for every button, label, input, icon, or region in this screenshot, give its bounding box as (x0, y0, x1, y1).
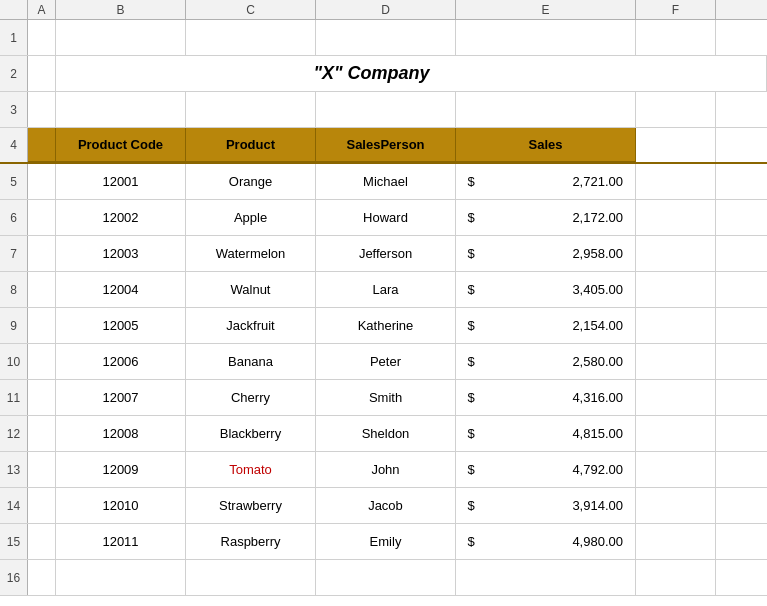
cell-f8[interactable] (636, 272, 716, 307)
cell-d3[interactable] (316, 92, 456, 127)
row-num-15: 15 (0, 524, 28, 559)
cell-salesperson-7[interactable]: Jefferson (316, 236, 456, 271)
cell-a7[interactable] (28, 236, 56, 271)
cell-sales-12[interactable]: $ 4,815.00 (456, 416, 636, 451)
cell-f12[interactable] (636, 416, 716, 451)
cell-salesperson-8[interactable]: Lara (316, 272, 456, 307)
cell-code-8[interactable]: 12004 (56, 272, 186, 307)
grid-body: 1 2 "X" Company 3 4 (0, 20, 767, 606)
table-row: 3 (0, 92, 767, 128)
cell-f13[interactable] (636, 452, 716, 487)
cell-salesperson-11[interactable]: Smith (316, 380, 456, 415)
cell-a4[interactable] (28, 128, 56, 162)
cell-product-7[interactable]: Watermelon (186, 236, 316, 271)
cell-sales-5[interactable]: $ 2,721.00 (456, 164, 636, 199)
cell-f1[interactable] (636, 20, 716, 55)
cell-a3[interactable] (28, 92, 56, 127)
cell-a2[interactable] (28, 56, 56, 91)
cell-b1[interactable] (56, 20, 186, 55)
cell-product-13[interactable]: Tomato (186, 452, 316, 487)
cell-product-9[interactable]: Jackfruit (186, 308, 316, 343)
cell-sales-6[interactable]: $ 2,172.00 (456, 200, 636, 235)
cell-sales-16[interactable] (456, 560, 636, 595)
cell-a6[interactable] (28, 200, 56, 235)
cell-product-12[interactable]: Blackberry (186, 416, 316, 451)
cell-sales-8[interactable]: $ 3,405.00 (456, 272, 636, 307)
cell-a13[interactable] (28, 452, 56, 487)
cell-sales-11[interactable]: $ 4,316.00 (456, 380, 636, 415)
cell-code-11[interactable]: 12007 (56, 380, 186, 415)
cell-product-11[interactable]: Cherry (186, 380, 316, 415)
cell-f10[interactable] (636, 344, 716, 379)
cell-a11[interactable] (28, 380, 56, 415)
amount-8: 3,405.00 (486, 282, 635, 297)
cell-f6[interactable] (636, 200, 716, 235)
cell-code-14[interactable]: 12010 (56, 488, 186, 523)
cell-salesperson-5[interactable]: Michael (316, 164, 456, 199)
cell-f5[interactable] (636, 164, 716, 199)
cell-c1[interactable] (186, 20, 316, 55)
cell-salesperson-15[interactable]: Emily (316, 524, 456, 559)
cell-a1[interactable] (28, 20, 56, 55)
col-header-e: E (456, 0, 636, 19)
cell-a12[interactable] (28, 416, 56, 451)
cell-salesperson-14[interactable]: Jacob (316, 488, 456, 523)
cell-salesperson-12[interactable]: Sheldon (316, 416, 456, 451)
cell-code-7[interactable]: 12003 (56, 236, 186, 271)
cell-salesperson-13[interactable]: John (316, 452, 456, 487)
cell-code-6[interactable]: 12002 (56, 200, 186, 235)
cell-sales-9[interactable]: $ 2,154.00 (456, 308, 636, 343)
table-row: 7 12003 Watermelon Jefferson $ 2,958.00 (0, 236, 767, 272)
cell-product-6[interactable]: Apple (186, 200, 316, 235)
cell-f16[interactable] (636, 560, 716, 595)
table-row: 10 12006 Banana Peter $ 2,580.00 (0, 344, 767, 380)
cell-f9[interactable] (636, 308, 716, 343)
table-header-row: 4 Product Code Product SalesPerson Sales (0, 128, 767, 164)
cell-salesperson-6[interactable]: Howard (316, 200, 456, 235)
cell-salesperson-16[interactable] (316, 560, 456, 595)
cell-product-8[interactable]: Walnut (186, 272, 316, 307)
cell-sales-14[interactable]: $ 3,914.00 (456, 488, 636, 523)
cell-f15[interactable] (636, 524, 716, 559)
cell-code-15[interactable]: 12011 (56, 524, 186, 559)
cell-product-16[interactable] (186, 560, 316, 595)
cell-sales-13[interactable]: $ 4,792.00 (456, 452, 636, 487)
cell-code-10[interactable]: 12006 (56, 344, 186, 379)
cell-product-10[interactable]: Banana (186, 344, 316, 379)
cell-a15[interactable] (28, 524, 56, 559)
cell-e1[interactable] (456, 20, 636, 55)
cell-salesperson-10[interactable]: Peter (316, 344, 456, 379)
cell-code-13[interactable]: 12009 (56, 452, 186, 487)
cell-c3[interactable] (186, 92, 316, 127)
cell-product-5[interactable]: Orange (186, 164, 316, 199)
cell-e3[interactable] (456, 92, 636, 127)
cell-f4[interactable] (636, 128, 716, 162)
cell-f7[interactable] (636, 236, 716, 271)
cell-f2[interactable] (687, 56, 767, 91)
cell-a10[interactable] (28, 344, 56, 379)
cell-product-15[interactable]: Raspberry (186, 524, 316, 559)
cell-code-9[interactable]: 12005 (56, 308, 186, 343)
table-row: 15 12011 Raspberry Emily $ 4,980.00 (0, 524, 767, 560)
cell-f14[interactable] (636, 488, 716, 523)
cell-a8[interactable] (28, 272, 56, 307)
company-title: "X" Company (56, 56, 687, 91)
cell-f3[interactable] (636, 92, 716, 127)
cell-a9[interactable] (28, 308, 56, 343)
cell-f11[interactable] (636, 380, 716, 415)
cell-code-12[interactable]: 12008 (56, 416, 186, 451)
cell-sales-7[interactable]: $ 2,958.00 (456, 236, 636, 271)
cell-code-5[interactable]: 12001 (56, 164, 186, 199)
cell-d1[interactable] (316, 20, 456, 55)
cell-salesperson-9[interactable]: Katherine (316, 308, 456, 343)
row-num-5: 5 (0, 164, 28, 199)
cell-code-16[interactable] (56, 560, 186, 595)
col-header-c: C (186, 0, 316, 19)
cell-sales-10[interactable]: $ 2,580.00 (456, 344, 636, 379)
cell-b3[interactable] (56, 92, 186, 127)
cell-a5[interactable] (28, 164, 56, 199)
cell-sales-15[interactable]: $ 4,980.00 (456, 524, 636, 559)
cell-a16[interactable] (28, 560, 56, 595)
cell-product-14[interactable]: Strawberry (186, 488, 316, 523)
cell-a14[interactable] (28, 488, 56, 523)
